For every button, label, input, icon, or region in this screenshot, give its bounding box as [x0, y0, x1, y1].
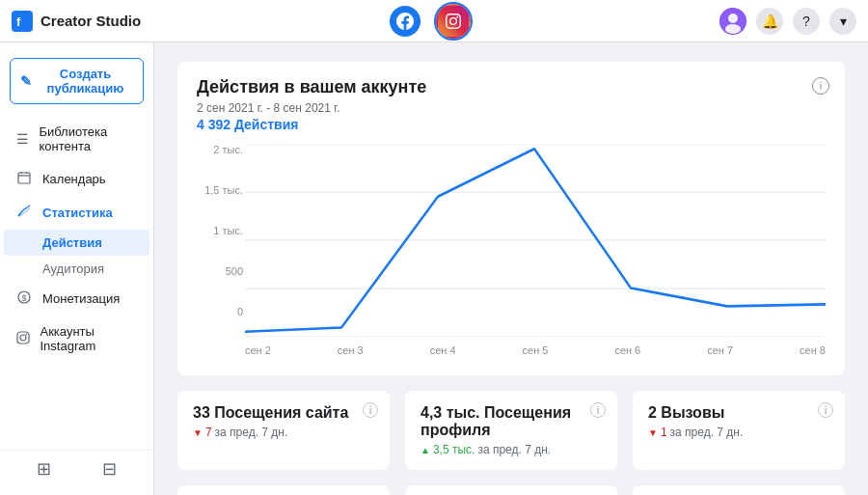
- stat-label-2: 2 Вызовы: [648, 404, 829, 422]
- stat-label-0: 33 Посещения сайта: [193, 404, 374, 422]
- sidebar-subitem-audience[interactable]: Аудитория: [4, 256, 149, 282]
- stat-change-1: ▲ 3,5 тыс. за пред. 7 дн.: [420, 443, 602, 456]
- grid-icon[interactable]: ⊞: [37, 458, 51, 480]
- svg-point-4: [725, 24, 741, 34]
- help-icon[interactable]: ?: [793, 8, 820, 35]
- sidebar-bottom: ⊞ ⊟: [0, 450, 153, 487]
- list-icon[interactable]: ⊟: [102, 458, 117, 480]
- main-layout: ✎ Создать публикацию ☰ Библиотека контен…: [0, 42, 868, 495]
- sidebar-item-calendar[interactable]: Календарь: [4, 162, 149, 196]
- calendar-icon: [15, 171, 33, 187]
- date-range: 2 сен 2021 г. - 8 сен 2021 г.: [197, 101, 826, 115]
- stat-change-2: ▼ 1 за пред. 7 дн.: [648, 426, 829, 439]
- svg-point-3: [728, 14, 738, 23]
- svg-text:f: f: [16, 14, 21, 29]
- y-axis-labels: 2 тыс. 1,5 тыс. 1 тыс. 500 0: [197, 144, 243, 317]
- sidebar-item-instagram[interactable]: Аккаунты Instagram: [4, 316, 149, 362]
- stat-card-4: i 0 Электронные адреса ▲ 0 за пред. 7 дн…: [405, 485, 617, 495]
- svg-text:$: $: [22, 293, 27, 303]
- stat-change-0: ▼ 7 за пред. 7 дн.: [193, 426, 374, 439]
- actions-chart-card: i Действия в вашем аккунте 2 сен 2021 г.…: [177, 62, 845, 375]
- svg-point-13: [25, 333, 27, 335]
- x-axis-labels: сен 2 сен 3 сен 4 сен 5 сен 6 сен 7 сен …: [245, 344, 826, 356]
- chart-svg: [245, 144, 826, 337]
- header-left: f Creator Studio: [12, 11, 141, 32]
- stat-card-3: i 0 Тексты ▲ 0 за пред. 7 дн.: [177, 485, 390, 495]
- page-title: Действия в вашем аккунте: [197, 77, 826, 97]
- header-center: [390, 4, 471, 39]
- main-content: i Действия в вашем аккунте 2 сен 2021 г.…: [154, 42, 868, 495]
- stat-info-icon-0[interactable]: i: [363, 402, 378, 418]
- stat-info-icon-1[interactable]: i: [590, 402, 606, 418]
- stat-info-icon-2[interactable]: i: [818, 402, 833, 418]
- svg-rect-5: [18, 173, 30, 183]
- stat-card-2: i 2 Вызовы ▼ 1 за пред. 7 дн.: [633, 391, 845, 470]
- sidebar: ✎ Создать публикацию ☰ Библиотека контен…: [0, 42, 154, 495]
- monetization-icon: $: [15, 290, 33, 307]
- instagram-accounts-icon: [15, 331, 31, 347]
- stat-card-0: i 33 Посещения сайта ▼ 7 за пред. 7 дн.: [177, 391, 390, 470]
- chart-area: 2 тыс. 1,5 тыс. 1 тыс. 500 0: [197, 144, 826, 356]
- app-logo-icon: f: [12, 11, 33, 32]
- sidebar-item-library[interactable]: ☰ Библиотека контента: [4, 116, 149, 162]
- stats-grid: i 33 Посещения сайта ▼ 7 за пред. 7 дн. …: [177, 391, 845, 495]
- chart-info-icon[interactable]: i: [812, 77, 829, 95]
- stats-icon: [15, 205, 33, 221]
- app-title: Creator Studio: [41, 13, 141, 29]
- svg-rect-0: [12, 11, 33, 32]
- avatar[interactable]: [719, 8, 746, 35]
- sidebar-item-monetization[interactable]: $ Монетизация: [4, 282, 149, 316]
- library-icon: ☰: [15, 131, 29, 147]
- app-header: f Creator Studio 🔔 ? ▾: [0, 0, 868, 42]
- facebook-icon[interactable]: [390, 6, 420, 37]
- sidebar-item-stats[interactable]: Статистика: [4, 196, 149, 230]
- notifications-icon[interactable]: 🔔: [756, 8, 783, 35]
- header-right: 🔔 ? ▾: [719, 8, 856, 35]
- metric-label: 4 392 Действия: [197, 117, 826, 132]
- stat-card-1: i 4,3 тыс. Посещения профиля ▲ 3,5 тыс. …: [405, 391, 617, 470]
- create-publication-button[interactable]: ✎ Создать публикацию: [10, 58, 144, 104]
- sidebar-subitem-actions[interactable]: Действия: [4, 230, 149, 256]
- create-icon: ✎: [20, 73, 32, 89]
- svg-point-12: [20, 335, 26, 341]
- svg-rect-11: [17, 332, 29, 344]
- stat-card-5: i 16 Просмотры схемы проезда ▼ 11 за пре…: [633, 485, 845, 495]
- stat-label-1: 4,3 тыс. Посещения профиля: [420, 404, 602, 439]
- sidebar-nav: ✎ Создать публикацию ☰ Библиотека контен…: [0, 42, 153, 362]
- chevron-down-icon[interactable]: ▾: [829, 8, 856, 35]
- instagram-icon[interactable]: [436, 4, 471, 39]
